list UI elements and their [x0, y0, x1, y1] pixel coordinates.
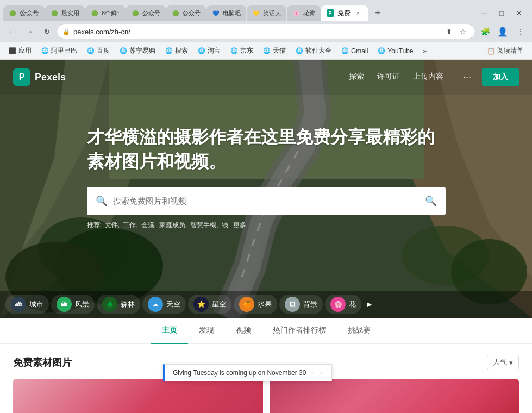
bookmark-software[interactable]: 🌐 软件大全 — [291, 45, 336, 57]
search-bar-icon: 🔍 — [96, 195, 108, 207]
tab-flower[interactable]: 🌸 花瓣 — [287, 5, 321, 21]
bookmark-search[interactable]: 🌐 搜索 — [161, 45, 192, 57]
nav-license[interactable]: 许可证 — [377, 72, 400, 83]
search-bm-icon: 🌐 — [165, 47, 173, 54]
suggested-tag-5[interactable]: 钱, — [222, 221, 230, 230]
suggested-tag-3[interactable]: 家庭成员, — [159, 221, 187, 230]
tab-close-pexels[interactable]: × — [354, 9, 362, 17]
sort-button[interactable]: 人气 ▾ — [487, 355, 519, 370]
nav-explore[interactable]: 探索 — [349, 72, 364, 83]
baidu-icon: 🌐 — [87, 47, 95, 54]
category-thumb-fruit: 🍊 — [239, 297, 254, 312]
tab-favicon-pexels: P — [327, 9, 334, 17]
address-bar[interactable]: 🔒 pexels.com/zh-cn/ ⬆ ☆ — [57, 24, 475, 39]
close-button[interactable]: ✕ — [511, 8, 527, 18]
search-input[interactable] — [113, 196, 425, 205]
main-tabs: 主页 发现 视频 热门作者排行榜 挑战赛 — [0, 318, 532, 344]
tab-official2[interactable]: 🟢 公众号 — [126, 5, 166, 21]
bookmark-alibaba[interactable]: 🌐 阿里巴巴 — [37, 45, 82, 57]
tab-pexels[interactable]: P 免费 × — [321, 5, 368, 21]
youtube-icon: 🌐 — [378, 47, 385, 54]
join-button[interactable]: 加入 — [482, 68, 519, 86]
bookmark-star-icon[interactable]: ☆ — [456, 25, 470, 38]
category-label-sky: 天空 — [166, 299, 180, 309]
reader-list-button[interactable]: 📋 阅读清单 — [483, 45, 528, 57]
notification-text: Giving Tuesday is coming up on November … — [173, 369, 315, 377]
bookmark-suning[interactable]: 🌐 苏宁易购 — [115, 45, 160, 57]
tab-official3[interactable]: 🟢 公众号 — [166, 5, 206, 21]
profile-button[interactable]: 👤 — [495, 24, 510, 39]
tmall-icon: 🌐 — [263, 47, 271, 54]
bookmark-tmall-label: 天猫 — [273, 46, 286, 55]
bookmark-apps[interactable]: ⬛ 应用 — [4, 45, 36, 57]
category-bg[interactable]: 🖼 背景 — [279, 295, 323, 314]
bookmark-taobao[interactable]: 🌐 淘宝 — [193, 45, 225, 57]
category-scenery[interactable]: 🏔 风景 — [51, 295, 95, 314]
notification-banner[interactable]: Giving Tuesday is coming up on November … — [163, 364, 332, 381]
tab-useful[interactable]: 🟢 晨实用 — [45, 5, 85, 21]
nav-more-dots[interactable]: ··· — [463, 72, 471, 83]
tab-discover[interactable]: 发现 — [188, 318, 225, 344]
category-thumb-sky: ☁ — [148, 297, 163, 312]
bookmark-gmail[interactable]: 🌐 Gmail — [337, 46, 372, 57]
category-stars[interactable]: ⭐ 星空 — [188, 295, 231, 314]
suggested-tag-2[interactable]: 会議, — [141, 221, 156, 230]
tab-videos[interactable]: 视频 — [225, 318, 262, 344]
tab-top-creators[interactable]: 热门作者排行榜 — [262, 318, 337, 344]
new-tab-button[interactable]: + — [371, 5, 386, 21]
category-thumb-forest: 🌲 — [102, 297, 117, 312]
tab-smile[interactable]: 💛 笑话大 — [247, 5, 286, 21]
category-label-scenery: 风景 — [75, 299, 89, 309]
category-sky[interactable]: ☁ 天空 — [142, 295, 186, 314]
bookmark-tmall[interactable]: 🌐 天猫 — [259, 45, 290, 57]
back-button[interactable]: ← — [4, 24, 20, 39]
suggested-tag-1[interactable]: 工作, — [123, 221, 137, 230]
bookmark-jd[interactable]: 🌐 京东 — [226, 45, 258, 57]
category-forest[interactable]: 🌲 森林 — [97, 295, 140, 314]
pexels-logo-icon: P — [13, 68, 30, 86]
category-flower[interactable]: 🌸 花 — [325, 295, 361, 314]
nav-upload[interactable]: 上传内容 — [413, 72, 443, 83]
search-submit-button[interactable]: 🔍 — [425, 195, 437, 207]
bookmarks-bar: ⬛ 应用 🌐 阿里巴巴 🌐 百度 🌐 苏宁易购 🌐 搜索 🌐 淘宝 🌐 京东 � — [0, 42, 532, 60]
category-label-star: 星空 — [212, 299, 226, 309]
alibaba-icon: 🌐 — [41, 47, 49, 54]
hero-content: 才华横溢的摄影作者在这里免费分享最精彩的素材图片和视频。 🔍 🔍 推荐: 文件,… — [87, 125, 446, 230]
refresh-button[interactable]: ↻ — [39, 24, 54, 39]
pexels-nav-links: 探索 许可证 上传内容 ··· — [349, 72, 471, 83]
tab-home[interactable]: 主页 — [151, 318, 188, 344]
category-thumb-scenery: 🏔 — [57, 297, 72, 312]
tab-wechat-official[interactable]: 🟢 公众号 — [3, 5, 45, 21]
image-card-2[interactable] — [270, 379, 520, 413]
bookmark-apps-label: 应用 — [18, 46, 32, 55]
tab-fresh[interactable]: 🟢 8个鲜↑ — [85, 5, 126, 21]
bookmark-jd-label: 京东 — [240, 46, 253, 55]
suning-icon: 🌐 — [120, 47, 127, 54]
tab-diannaoba[interactable]: 💙 电脑吧 — [206, 5, 246, 21]
share-icon[interactable]: ⬆ — [442, 25, 455, 38]
maximize-button[interactable]: □ — [494, 8, 509, 18]
tab-label-pexels: 免费 — [337, 9, 351, 18]
suggested-tag-4[interactable]: 智慧手機, — [190, 221, 218, 230]
bookmark-youtube[interactable]: 🌐 YouTube — [373, 46, 417, 57]
bookmark-baidu-label: 百度 — [97, 46, 110, 55]
bookmark-search-label: 搜索 — [175, 46, 188, 55]
category-strip-arrow[interactable]: ▶ — [364, 299, 374, 310]
bookmark-baidu[interactable]: 🌐 百度 — [83, 45, 114, 57]
minimize-button[interactable]: ─ — [477, 8, 492, 18]
bookmarks-more-button[interactable]: » — [420, 46, 430, 57]
image-card-1[interactable] — [13, 379, 263, 413]
category-fruit[interactable]: 🍊 水果 — [234, 295, 277, 314]
extensions-button[interactable]: 🧩 — [478, 24, 493, 39]
jd-icon: 🌐 — [230, 47, 238, 54]
tab-challenges[interactable]: 挑战赛 — [337, 318, 381, 344]
suggested-tags: 推荐: 文件, 工作, 会議, 家庭成员, 智慧手機, 钱, 更多 — [87, 221, 446, 230]
suggested-tag-0[interactable]: 文件, — [105, 221, 120, 230]
tab-favicon-diannaoba: 💙 — [212, 9, 220, 17]
forward-button[interactable]: → — [22, 24, 37, 39]
pexels-logo[interactable]: P Pexels — [13, 68, 66, 86]
tab-favicon-smile: 💛 — [252, 9, 260, 17]
suggested-tag-6[interactable]: 更多 — [233, 221, 246, 230]
category-city[interactable]: 🏙 城市 — [5, 295, 49, 314]
chrome-menu-button[interactable]: ⋮ — [512, 24, 528, 39]
